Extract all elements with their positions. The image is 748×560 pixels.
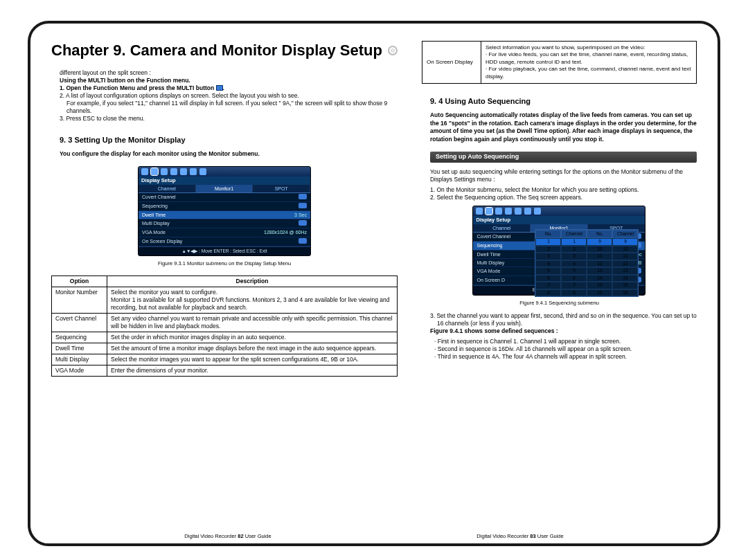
dvr1-row-label: VGA Mode xyxy=(142,229,166,235)
intro-item-1: 1. Open the Function Menu and press the … xyxy=(60,84,398,92)
section-9-4-heading: 9. 4 Using Auto Sequencing xyxy=(430,96,697,106)
options-row: Dwell TimeSet the amount of time a monit… xyxy=(52,343,398,354)
popup-cell: 12 xyxy=(612,260,638,267)
popup-cell: 11 xyxy=(587,253,612,260)
popup-cell: 1 xyxy=(535,238,561,245)
popup-cell: 3 xyxy=(535,253,561,260)
popup-cell: 5 xyxy=(561,267,587,274)
osd-label: On Screen Display xyxy=(422,42,481,84)
options-cell-option: VGA Mode xyxy=(52,365,107,377)
popup-cell: 12 xyxy=(587,260,612,267)
footer-left: Digital Video Recorder 82 User Guide xyxy=(69,533,387,539)
figure-9-3-1-caption: Figure 9.3.1 Monitor submenu on the Disp… xyxy=(51,260,398,267)
seq-bullet-1: · First in sequence is Channel 1. Channe… xyxy=(422,338,697,345)
intro-item-3: 3. Press ESC to close the menu. xyxy=(60,115,398,123)
footer-right: Digital Video Recorder 83 User Guide xyxy=(361,533,679,539)
popup-cell: 8 xyxy=(561,289,587,296)
dvr1-title: Display Setup xyxy=(139,177,310,185)
dvr2-row-label: Multi Display xyxy=(477,260,504,266)
seq-bullet-2: · Second in sequence is 16Div. All 16 ch… xyxy=(422,345,697,353)
arrow-icon xyxy=(299,194,307,199)
dvr1-row: Multi Display xyxy=(139,219,310,228)
options-table: Option Description Monitor NumberSelect … xyxy=(51,276,398,377)
intro-item-2: 2. A list of layout configuration option… xyxy=(60,92,398,100)
intro-line-1: different layout on the split screen : xyxy=(60,69,398,77)
popup-row: 661414 xyxy=(535,275,638,282)
dvr1-row-value xyxy=(299,220,307,227)
opt-th-option: Option xyxy=(52,276,107,287)
dvr1-tabs: Channel Monitor1 SPOT xyxy=(139,185,310,193)
dvr1-row: VGA Mode1280x1024 @ 60Hz xyxy=(139,228,310,237)
options-cell-desc: Select the monitor you want to configure… xyxy=(107,287,398,313)
dvr1-tab-channel: Channel xyxy=(139,185,196,192)
dvr1-tab-spot: SPOT xyxy=(253,185,310,192)
section-9-3-heading: 9. 3 Setting Up the Monitor Display xyxy=(60,135,398,145)
popup-cell: 10 xyxy=(587,246,612,253)
auto-seq-intro: Auto Sequencing automatically rotates di… xyxy=(422,111,697,143)
setup-line-1: You set up auto sequencing while enterin… xyxy=(422,168,697,183)
popup-cell: 5 xyxy=(535,267,561,274)
options-cell-desc: Select the monitor images you want to ap… xyxy=(107,354,398,365)
multi-button-icon xyxy=(216,85,223,91)
dvr1-iconbar xyxy=(139,167,310,177)
options-cell-option: Sequencing xyxy=(52,332,107,343)
dvr-icon xyxy=(180,168,187,175)
popup-cell: 6 xyxy=(561,275,587,282)
figure-9-4-1-screenshot: Display Setup Channel Monitor1 SPOT Cove… xyxy=(472,206,645,296)
popup-cell: 11 xyxy=(612,253,638,260)
popup-cell: 14 xyxy=(612,275,638,282)
options-cell-option: Multi Display xyxy=(52,354,107,365)
dvr1-footer: ▲▼◀▶ : Move ENTER : Select ESC : Exit xyxy=(139,246,310,255)
options-row: Covert ChannelSet any video channel you … xyxy=(52,314,398,332)
popup-cell: 6 xyxy=(535,275,561,282)
intro-item-1b: . xyxy=(223,84,224,91)
dvr2-row-label: VGA Mode xyxy=(477,268,500,275)
intro-line-2: Using the MULTI button on the Function m… xyxy=(60,77,398,84)
popup-cell: 10 xyxy=(612,246,638,253)
chapter-title: Chapter 9. Camera and Monitor Display Se… xyxy=(51,41,398,61)
dvr1-row-value xyxy=(299,238,307,245)
dvr2-row-label: Dwell Time xyxy=(477,251,500,258)
options-cell-option: Monitor Number xyxy=(52,287,107,313)
dvr-icon-selected xyxy=(486,208,492,215)
options-row: SequencingSet the order in which monitor… xyxy=(52,332,398,343)
chapter-title-text: Chapter 9. Camera and Monitor Display Se… xyxy=(51,41,382,61)
arrow-icon xyxy=(299,238,307,244)
intro-item-2-sub: For example, if you select "11," channel… xyxy=(60,100,398,115)
popup-hdr-no2: No. xyxy=(587,230,612,238)
dvr1-row-value: 1280x1024 @ 60Hz xyxy=(264,229,307,235)
footer-right-pagenum: 83 xyxy=(530,533,535,539)
sequencing-popup: No. Channel No. Channel 1199221010331111… xyxy=(535,229,639,297)
dvr-icon-selected xyxy=(151,168,158,175)
popup-hdr-ch2: Channel xyxy=(612,230,638,238)
options-cell-desc: Set the amount of time a monitor image d… xyxy=(107,343,398,354)
setup-item-1: 1. On the Monitor submenu, select the Mo… xyxy=(422,186,697,194)
popup-cell: 13 xyxy=(612,267,638,274)
dvr-icon xyxy=(524,208,531,215)
popup-row: 551313 xyxy=(535,267,638,274)
config-line: You configure the display for each monit… xyxy=(51,150,398,158)
popup-cell: 1 xyxy=(561,238,587,245)
arrow-icon xyxy=(299,220,307,226)
popup-cell: 8 xyxy=(535,289,561,296)
dvr1-row-label: Dwell Time xyxy=(142,212,166,218)
left-page: Chapter 9. Camera and Monitor Display Se… xyxy=(51,41,398,533)
popup-cell: 15 xyxy=(587,282,612,289)
dvr2-tab-channel: Channel xyxy=(473,224,531,232)
popup-cell: 3 xyxy=(561,253,587,260)
opt-th-desc: Description xyxy=(107,276,398,287)
popup-row: 881616 xyxy=(535,289,638,296)
dvr2-iconbar xyxy=(473,206,645,216)
setup-item-3-text: 3. Set the channel you want to appear fi… xyxy=(430,312,697,327)
footer-left-post: User Guide xyxy=(244,533,271,539)
dvr1-row-label: Multi Display xyxy=(142,220,170,227)
dvr-icon xyxy=(476,208,483,215)
dvr-icon xyxy=(495,208,502,215)
dvr-icon xyxy=(141,168,148,175)
dvr2-row-label: On Screen D xyxy=(477,277,504,284)
popup-cell: 4 xyxy=(561,260,587,267)
sub-heading-setting-up: Setting up Auto Sequencing xyxy=(430,152,697,163)
dvr1-row: Covert Channel xyxy=(139,193,310,202)
popup-cell: 9 xyxy=(612,238,638,245)
dvr2-row-label: Sequencing xyxy=(477,242,502,249)
